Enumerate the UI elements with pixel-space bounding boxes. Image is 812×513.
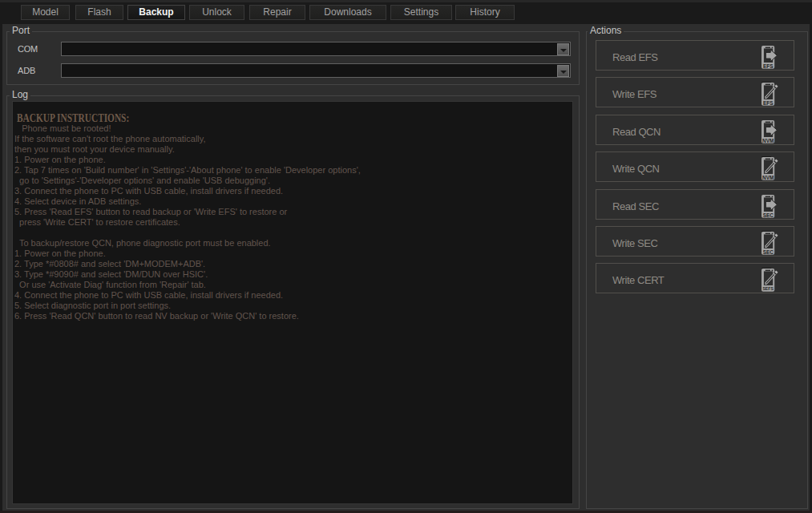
svg-text:SEC: SEC [762,212,774,218]
svg-text:NVM: NVM [762,175,774,180]
svg-text:EFS: EFS [763,100,774,106]
svg-text:NVM: NVM [762,138,774,143]
svg-text:SEC: SEC [762,249,774,255]
svg-text:SEFS: SEFS [762,287,774,292]
svg-text:EFS: EFS [763,63,774,69]
